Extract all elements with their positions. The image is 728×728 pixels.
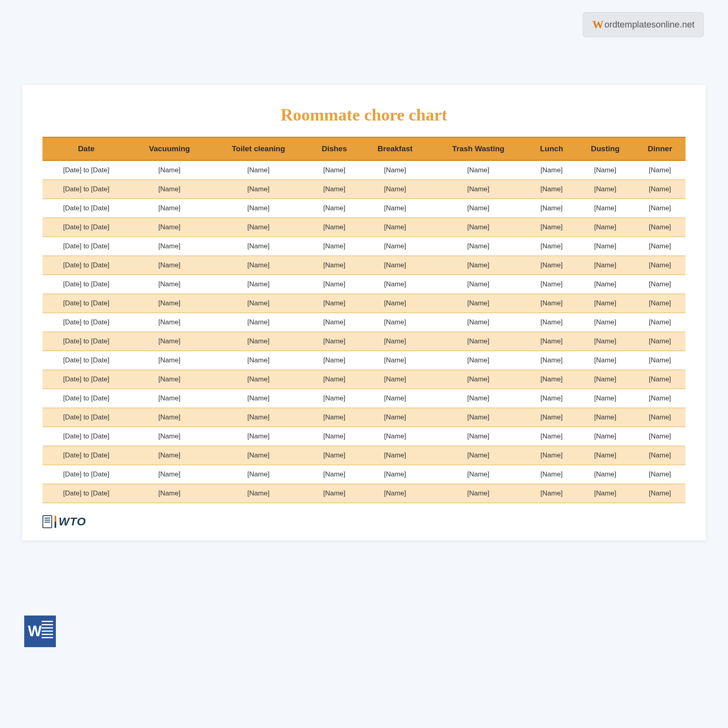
table-cell: [Name]	[130, 256, 209, 275]
table-cell: [Name]	[308, 465, 361, 484]
table-cell: [Name]	[209, 218, 308, 237]
table-cell: [Name]	[527, 332, 576, 351]
table-cell: [Name]	[430, 427, 527, 446]
table-cell: [Date] to [Date]	[42, 427, 130, 446]
table-cell: [Name]	[430, 218, 527, 237]
table-row: [Date] to [Date][Name][Name][Name][Name]…	[42, 256, 686, 275]
table-row: [Date] to [Date][Name][Name][Name][Name]…	[42, 332, 686, 351]
table-cell: [Name]	[361, 332, 430, 351]
table-cell: [Name]	[308, 484, 361, 503]
table-cell: [Name]	[361, 484, 430, 503]
table-cell: [Name]	[361, 256, 430, 275]
table-cell: [Name]	[130, 237, 209, 256]
table-cell: [Name]	[527, 446, 576, 465]
table-header-row: DateVacuumingToilet cleaningDishesBreakf…	[42, 138, 686, 161]
table-cell: [Name]	[430, 332, 527, 351]
table-header-cell: Breakfast	[361, 138, 430, 161]
table-cell: [Name]	[130, 484, 209, 503]
table-cell: [Name]	[576, 332, 634, 351]
table-cell: [Date] to [Date]	[42, 465, 130, 484]
table-cell: [Name]	[209, 351, 308, 370]
table-cell: [Name]	[430, 370, 527, 389]
table-row: [Date] to [Date][Name][Name][Name][Name]…	[42, 484, 686, 503]
watermark-badge: W ordtemplatesonline.net	[583, 12, 704, 37]
table-cell: [Name]	[209, 313, 308, 332]
table-cell: [Name]	[527, 199, 576, 218]
table-cell: [Date] to [Date]	[42, 370, 130, 389]
table-cell: [Date] to [Date]	[42, 332, 130, 351]
table-cell: [Name]	[361, 275, 430, 294]
table-cell: [Name]	[308, 256, 361, 275]
table-cell: [Name]	[209, 389, 308, 408]
table-cell: [Name]	[430, 199, 527, 218]
table-row: [Date] to [Date][Name][Name][Name][Name]…	[42, 275, 686, 294]
table-cell: [Name]	[308, 370, 361, 389]
table-row: [Date] to [Date][Name][Name][Name][Name]…	[42, 446, 686, 465]
table-cell: [Name]	[576, 275, 634, 294]
table-row: [Date] to [Date][Name][Name][Name][Name]…	[42, 351, 686, 370]
table-cell: [Name]	[130, 313, 209, 332]
wto-logo: WTO	[42, 515, 686, 528]
table-cell: [Date] to [Date]	[42, 389, 130, 408]
word-file-icon[interactable]: W	[24, 616, 56, 647]
table-cell: [Name]	[634, 256, 686, 275]
table-row: [Date] to [Date][Name][Name][Name][Name]…	[42, 389, 686, 408]
table-header-cell: Lunch	[527, 138, 576, 161]
table-cell: [Name]	[308, 427, 361, 446]
table-cell: [Date] to [Date]	[42, 256, 130, 275]
table-cell: [Name]	[430, 484, 527, 503]
table-cell: [Name]	[361, 161, 430, 180]
table-cell: [Date] to [Date]	[42, 199, 130, 218]
table-cell: [Name]	[130, 199, 209, 218]
table-cell: [Name]	[527, 408, 576, 427]
table-cell: [Name]	[527, 218, 576, 237]
pen-icon	[55, 516, 56, 528]
table-row: [Date] to [Date][Name][Name][Name][Name]…	[42, 180, 686, 199]
table-cell: [Name]	[361, 294, 430, 313]
clipboard-icon	[42, 515, 52, 528]
table-cell: [Name]	[209, 161, 308, 180]
table-cell: [Name]	[361, 313, 430, 332]
table-header-cell: Date	[42, 138, 130, 161]
watermark-first-letter: W	[592, 18, 603, 31]
table-cell: [Name]	[576, 294, 634, 313]
table-cell: [Name]	[130, 161, 209, 180]
table-row: [Date] to [Date][Name][Name][Name][Name]…	[42, 313, 686, 332]
table-cell: [Name]	[576, 446, 634, 465]
table-cell: [Name]	[130, 351, 209, 370]
table-cell: [Name]	[576, 351, 634, 370]
table-cell: [Name]	[361, 427, 430, 446]
table-cell: [Name]	[308, 389, 361, 408]
table-cell: [Name]	[209, 237, 308, 256]
table-row: [Date] to [Date][Name][Name][Name][Name]…	[42, 237, 686, 256]
table-cell: [Name]	[361, 408, 430, 427]
table-cell: [Name]	[209, 484, 308, 503]
table-cell: [Name]	[361, 389, 430, 408]
table-header-cell: Trash Wasting	[430, 138, 527, 161]
table-cell: [Name]	[576, 427, 634, 446]
table-row: [Date] to [Date][Name][Name][Name][Name]…	[42, 294, 686, 313]
table-row: [Date] to [Date][Name][Name][Name][Name]…	[42, 161, 686, 180]
table-cell: [Name]	[361, 218, 430, 237]
table-cell: [Date] to [Date]	[42, 313, 130, 332]
word-letter: W	[28, 623, 42, 640]
table-header-cell: Vacuuming	[130, 138, 209, 161]
table-cell: [Name]	[308, 446, 361, 465]
page-title: Roommate chore chart	[42, 105, 686, 125]
table-cell: [Name]	[634, 275, 686, 294]
word-lines-icon	[42, 621, 53, 640]
table-cell: [Date] to [Date]	[42, 408, 130, 427]
table-cell: [Name]	[308, 199, 361, 218]
table-cell: [Name]	[361, 446, 430, 465]
table-header-cell: Dishes	[308, 138, 361, 161]
table-cell: [Date] to [Date]	[42, 351, 130, 370]
table-cell: [Name]	[209, 180, 308, 199]
chore-table: DateVacuumingToilet cleaningDishesBreakf…	[42, 137, 686, 503]
table-cell: [Name]	[130, 294, 209, 313]
table-cell: [Name]	[634, 313, 686, 332]
table-cell: [Name]	[576, 180, 634, 199]
table-cell: [Name]	[576, 218, 634, 237]
table-cell: [Name]	[361, 351, 430, 370]
table-cell: [Name]	[308, 161, 361, 180]
table-cell: [Name]	[527, 370, 576, 389]
